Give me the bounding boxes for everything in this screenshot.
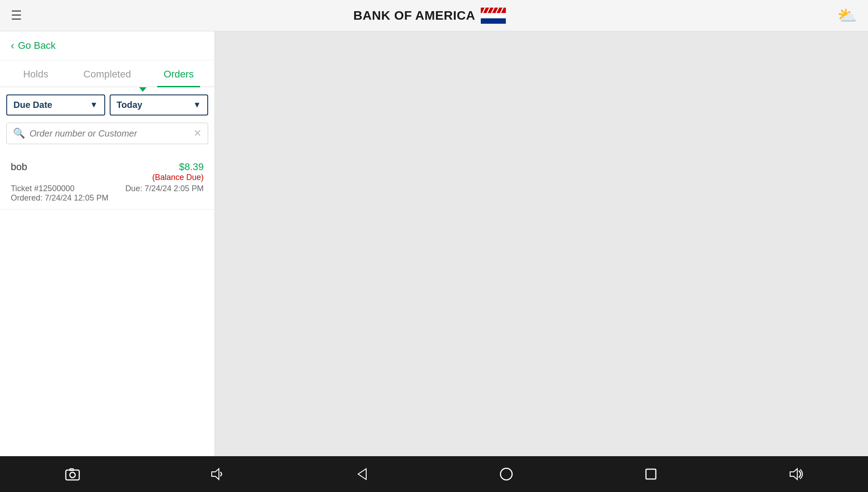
bottom-nav (0, 456, 868, 492)
menu-icon[interactable]: ☰ (11, 9, 22, 22)
svg-marker-11 (212, 469, 219, 479)
svg-point-13 (500, 468, 512, 480)
period-arrow-icon: ▼ (193, 100, 201, 110)
svg-marker-12 (358, 469, 366, 479)
camera-icon[interactable] (64, 466, 81, 482)
order-amount: $8.39 (152, 161, 204, 173)
header: ☰ BANK OF AMERICA ⛅ (0, 0, 868, 31)
logo: BANK OF AMERICA (353, 8, 505, 24)
logo-flag (481, 8, 506, 24)
filters-row: Due Date ▼ Today ▼ (0, 87, 214, 120)
order-amount-container: $8.39 (Balance Due) (152, 161, 204, 182)
svg-marker-15 (790, 469, 797, 479)
period-label: Today (117, 100, 142, 110)
order-ticket: Ticket #12500000 (11, 184, 74, 193)
search-input[interactable] (30, 128, 189, 139)
back-arrow-icon: ‹ (11, 39, 14, 52)
svg-rect-1 (481, 13, 506, 18)
home-icon[interactable] (498, 466, 514, 482)
order-ordered-row: Ordered: 7/24/24 12:05 PM (11, 193, 204, 203)
tabs-container: Holds Completed Orders (0, 60, 214, 87)
search-container: 🔍 ✕ (6, 123, 208, 144)
order-dates-row: Ticket #12500000 Due: 7/24/24 2:05 PM (11, 184, 204, 193)
right-panel (215, 31, 868, 456)
main-content: ‹ Go Back Holds Completed Orders Due Dat… (0, 31, 868, 456)
volume-low-icon[interactable] (209, 466, 225, 482)
orders-list: bob $8.39 (Balance Due) Ticket #12500000… (0, 150, 214, 456)
order-item[interactable]: bob $8.39 (Balance Due) Ticket #12500000… (0, 155, 214, 210)
volume-high-icon[interactable] (787, 466, 804, 482)
go-back-label: Go Back (18, 40, 56, 51)
left-panel: ‹ Go Back Holds Completed Orders Due Dat… (0, 31, 215, 456)
order-top-row: bob $8.39 (Balance Due) (11, 161, 204, 182)
period-dropdown[interactable]: Today ▼ (110, 94, 209, 116)
due-date-arrow-icon: ▼ (90, 100, 98, 110)
tab-active-indicator (139, 87, 146, 92)
order-customer-name: bob (11, 161, 27, 173)
back-icon[interactable] (354, 466, 370, 482)
order-balance-due: (Balance Due) (152, 173, 204, 182)
tab-orders[interactable]: Orders (143, 60, 214, 86)
svg-rect-8 (66, 470, 79, 480)
order-ordered: Ordered: 7/24/24 12:05 PM (11, 193, 108, 202)
svg-rect-14 (646, 469, 656, 479)
go-back-button[interactable]: ‹ Go Back (0, 31, 214, 60)
search-icon: 🔍 (13, 128, 25, 139)
svg-rect-2 (481, 18, 506, 24)
tab-holds[interactable]: Holds (0, 60, 72, 86)
search-clear-icon[interactable]: ✕ (193, 128, 201, 139)
cloud-icon: ⛅ (837, 6, 857, 25)
due-date-dropdown[interactable]: Due Date ▼ (6, 94, 105, 116)
order-due: Due: 7/24/24 2:05 PM (125, 184, 204, 193)
logo-text: BANK OF AMERICA (353, 9, 475, 23)
svg-point-9 (70, 472, 75, 478)
due-date-label: Due Date (13, 100, 52, 110)
tab-completed[interactable]: Completed (72, 60, 143, 86)
recents-icon[interactable] (643, 466, 659, 482)
